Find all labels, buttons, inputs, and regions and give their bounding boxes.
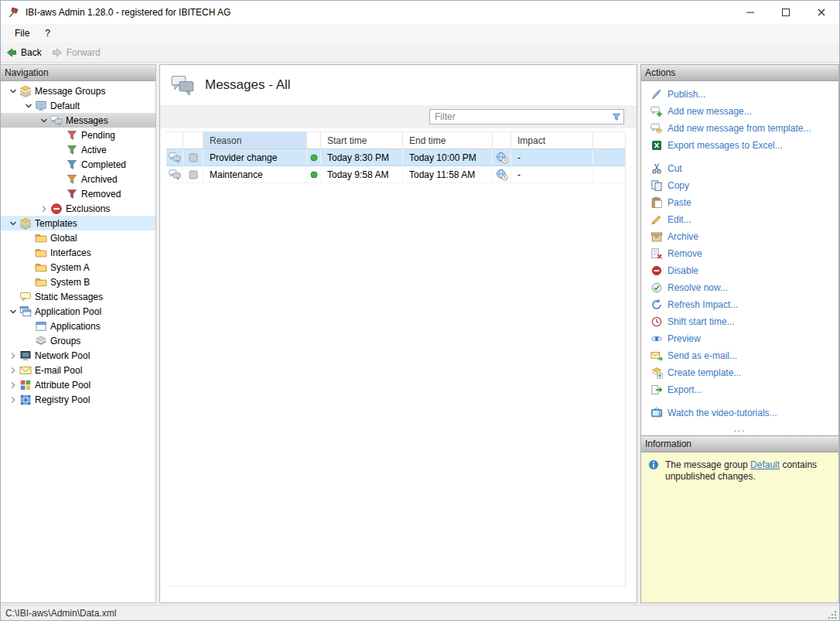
back-icon: [5, 46, 18, 59]
action-refresh-impact[interactable]: Refresh Impact...: [650, 296, 838, 313]
tree-item-attribute-pool[interactable]: Attribute Pool: [1, 377, 155, 392]
chevron-down-icon[interactable]: [7, 85, 19, 97]
action-edit[interactable]: Edit...: [650, 211, 838, 228]
action-paste[interactable]: Paste: [650, 194, 838, 211]
chevron-right-icon[interactable]: [7, 364, 19, 377]
tree-item-default[interactable]: Default: [1, 98, 155, 113]
tree-item-groups[interactable]: Groups: [1, 333, 155, 348]
tree-item-system-b[interactable]: System B: [1, 275, 155, 289]
action-remove[interactable]: Remove: [650, 245, 838, 262]
menu-file[interactable]: File: [7, 24, 37, 43]
folder-icon: [35, 276, 47, 288]
tree-item-label: Pending: [81, 130, 120, 141]
tree-item-message-groups[interactable]: Message Groups: [1, 84, 155, 98]
tree-item-templates[interactable]: Templates: [1, 216, 155, 230]
action-label: Resolve now...: [668, 282, 728, 293]
tree-item-registry-pool[interactable]: Registry Pool: [1, 392, 155, 407]
action-group: Watch the video-tutorials...: [650, 404, 838, 421]
column-header-start-time[interactable]: Start time: [321, 132, 403, 148]
tree-item-exclusions[interactable]: Exclusions: [1, 201, 155, 216]
action-add-new-message[interactable]: Add new message...: [650, 103, 838, 120]
status-dot-icon: [307, 166, 321, 183]
copy-icon: [650, 179, 663, 192]
tree-item-archived[interactable]: Archived: [1, 172, 155, 186]
tree-item-pending[interactable]: Pending: [1, 128, 155, 142]
folder-icon: [35, 232, 47, 244]
add-from-template-icon: [650, 122, 663, 135]
tree-item-applications[interactable]: Applications: [1, 319, 155, 333]
status-dot-icon: [307, 149, 321, 165]
action-label: Edit...: [668, 214, 691, 225]
tree-item-completed[interactable]: Completed: [1, 157, 155, 172]
action-preview[interactable]: Preview: [650, 330, 838, 347]
maximize-button[interactable]: [768, 1, 804, 24]
action-label: Shift start time...: [668, 316, 735, 327]
message-row-maintenance[interactable]: MaintenanceToday 9:58 AMToday 11:58 AM-: [166, 166, 625, 183]
column-header-reason[interactable]: Reason: [203, 132, 307, 148]
forward-button[interactable]: Forward: [51, 46, 101, 59]
chevron-down-icon[interactable]: [7, 305, 19, 318]
close-button[interactable]: [804, 1, 839, 24]
tree-item-label: Exclusions: [66, 203, 114, 214]
start-time-cell: Today 9:58 AM: [321, 166, 403, 183]
nav-toolbar: Back Forward: [1, 43, 839, 63]
action-archive[interactable]: Archive: [650, 228, 838, 245]
tree-item-label: Attribute Pool: [35, 380, 95, 391]
action-export-messages-to-excel[interactable]: Export messages to Excel...: [650, 137, 838, 154]
filter-funnel-icon[interactable]: [610, 111, 623, 122]
chevron-right-icon[interactable]: [7, 379, 19, 391]
resize-grip[interactable]: [827, 609, 838, 620]
action-resolve-now[interactable]: Resolve now...: [650, 279, 838, 296]
tree-item-application-pool[interactable]: Application Pool: [1, 304, 155, 319]
tree-item-active[interactable]: Active: [1, 142, 155, 157]
column-header-3[interactable]: [307, 132, 321, 148]
tree-item-e-mail-pool[interactable]: E-mail Pool: [1, 363, 155, 377]
action-export[interactable]: Export...: [650, 381, 838, 398]
action-cut[interactable]: Cut: [650, 160, 838, 177]
active-filter-icon: [66, 144, 78, 156]
action-send-as-e-mail[interactable]: Send as e-mail...: [650, 347, 838, 364]
tree-item-interfaces[interactable]: Interfaces: [1, 245, 155, 260]
default-group-icon: [35, 100, 47, 112]
tree-item-global[interactable]: Global: [1, 230, 155, 245]
column-header-0[interactable]: [166, 132, 183, 148]
chevron-right-icon[interactable]: [7, 394, 19, 406]
action-publish[interactable]: Publish...: [650, 86, 838, 103]
column-header-end-time[interactable]: End time: [403, 132, 493, 148]
message-row-provider-change[interactable]: Provider changeToday 8:30 PMToday 10:00 …: [166, 149, 625, 166]
column-header-6[interactable]: [493, 132, 511, 148]
create-template-icon: [650, 367, 663, 379]
action-shift-start-time[interactable]: Shift start time...: [650, 313, 838, 330]
tree-item-messages[interactable]: Messages: [1, 113, 155, 128]
action-create-template[interactable]: Create template...: [650, 364, 838, 381]
chevron-down-icon[interactable]: [38, 114, 50, 127]
preview-icon: [650, 333, 663, 345]
menu-help[interactable]: ?: [37, 24, 58, 43]
chevron-right-icon[interactable]: [7, 350, 19, 362]
action-add-new-message-from-template[interactable]: Add new message from template...: [650, 120, 838, 137]
action-watch-the-video-tutorials[interactable]: Watch the video-tutorials...: [650, 404, 838, 421]
back-button[interactable]: Back: [5, 46, 42, 59]
status-bar: C:\IBI-aws\Admin\Data.xml: [1, 605, 839, 620]
tree-item-label: Network Pool: [35, 350, 94, 361]
column-header-1[interactable]: [183, 132, 203, 148]
tree-item-network-pool[interactable]: Network Pool: [1, 348, 155, 363]
chevron-right-icon[interactable]: [38, 203, 50, 215]
tree-item-label: Message Groups: [35, 86, 110, 97]
filter-input[interactable]: [430, 111, 610, 122]
actions-panel-header: Actions: [641, 65, 838, 81]
impact-globe-icon: [493, 166, 511, 183]
filter-bar: [160, 105, 637, 128]
actions-overflow-handle[interactable]: ...: [641, 423, 838, 435]
action-disable[interactable]: Disable: [650, 262, 838, 279]
tree-item-removed[interactable]: Removed: [1, 186, 155, 201]
default-group-link[interactable]: Default: [750, 459, 780, 470]
tree-item-static-messages[interactable]: Static Messages: [1, 289, 155, 304]
minimize-button[interactable]: [732, 1, 768, 24]
column-header-impact[interactable]: Impact: [511, 132, 593, 148]
tree-item-system-a[interactable]: System A: [1, 260, 155, 275]
action-copy[interactable]: Copy: [650, 177, 838, 194]
chevron-down-icon[interactable]: [22, 100, 35, 112]
export-icon: [650, 384, 663, 396]
chevron-down-icon[interactable]: [7, 217, 19, 230]
